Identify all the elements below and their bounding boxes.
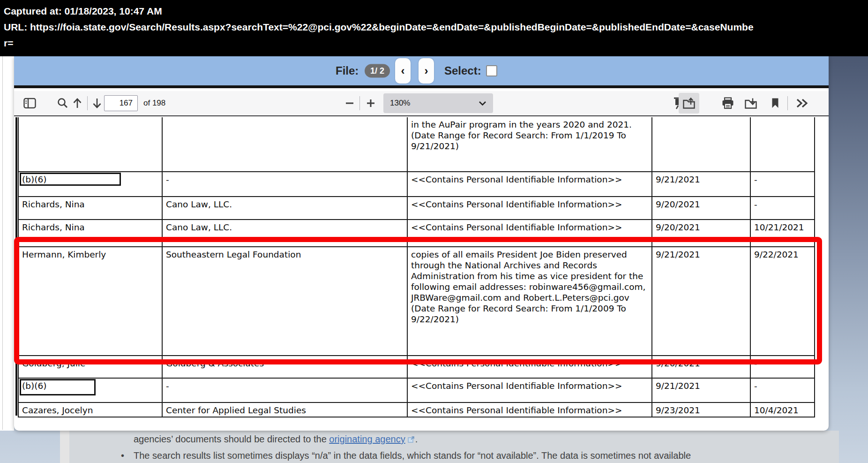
requester-cell [18,117,162,172]
table-row-highlighted: Hermann, Kimberly Southeastern Legal Fou… [18,247,815,356]
table-row: (b)(6) - <<Contains Personal Identifiabl… [18,172,815,197]
chevron-down-icon [479,101,486,106]
close-date-cell: - [750,172,815,197]
zoom-out-button[interactable] [344,97,356,109]
description-cell: <<Contains Personal Identifiable Informa… [407,402,652,417]
pdf-page-edge [15,117,17,416]
table-row: Goldberg, Julie Goldberg & Associates <<… [18,356,815,378]
page-footer: agencies’ documents should be directed t… [69,431,839,463]
arrow-down-icon [92,97,102,109]
search-icon [57,98,68,109]
save-file-icon [744,97,757,109]
capture-url-line2: r= [4,35,864,51]
arrow-up-icon [72,97,82,109]
close-date-cell: 10/4/2021 [750,402,815,417]
toolbar-divider [87,96,88,110]
more-tools-button[interactable] [795,97,810,110]
foia-results-table: in the AuPair program in the years 2020 … [18,117,815,417]
organization-cell: - [162,172,407,197]
external-link-icon [408,436,414,443]
sidebar-toggle-icon [23,98,36,109]
requester-cell: Richards, Nina [18,220,162,247]
organization-cell: Center for Applied Legal Studies [162,402,407,417]
requester-cell: Cazares, Jocelyn [18,402,162,417]
zoom-level-value: 130% [390,99,410,108]
requester-cell: Richards, Nina [18,197,162,220]
close-date-cell: - [750,197,815,220]
capture-header: Captured at: 01/18/2023, 10:47 AM URL: h… [0,0,868,56]
previous-page-button[interactable] [71,96,83,110]
footer-line1-text: agencies’ documents should be directed t… [134,434,329,444]
bookmark-icon [771,98,779,109]
organization-cell: Cano Law, LLC. [162,220,407,247]
zoom-in-button[interactable] [365,97,377,109]
request-date-cell: 9/20/2021 [652,220,750,247]
toolbar-divider [359,96,360,110]
open-file-button[interactable] [679,93,699,114]
open-file-icon [682,97,696,109]
requester-cell: Goldberg, Julie [18,356,162,378]
organization-cell: Cano Law, LLC. [162,197,407,220]
minus-icon [344,98,355,108]
search-button[interactable] [56,97,69,110]
page-number-input[interactable] [104,95,138,111]
plus-icon [366,98,376,108]
table-row: Richards, Nina Cano Law, LLC. <<Contains… [18,220,815,247]
select-file-checkbox[interactable] [486,65,497,76]
select-label: Select: [444,64,481,77]
table-row: Cazares, Jocelyn Center for Applied Lega… [18,402,815,417]
organization-cell: - [162,378,407,402]
footer-line2-text: The search results list sometimes displa… [134,450,691,461]
description-cell: <<Contains Personal Identifiable Informa… [407,378,652,402]
redaction-box: (b)(6) [20,173,121,186]
file-navigation-bar: File: 1/ 2 ‹ › Select: [14,56,829,88]
description-cell: in the AuPair program in the years 2020 … [407,117,652,172]
next-page-button[interactable] [91,96,103,110]
footer-line-1: agencies’ documents should be directed t… [134,434,418,445]
file-count-badge: 1/ 2 [365,64,390,78]
gutter-line [2,56,3,430]
request-date-cell: 9/21/2021 [652,247,750,356]
previous-file-button[interactable]: ‹ [395,58,411,83]
pdf-viewer-panel: File: 1/ 2 ‹ › Select: of 198 130% [14,56,829,431]
current-view-button[interactable] [770,97,780,110]
description-cell: <<Contains Personal Identifiable Informa… [407,197,652,220]
request-date-cell: 9/21/2021 [652,172,750,197]
redaction-box: (b)(6) [20,379,96,395]
description-cell: copies of all emails President Joe Biden… [407,247,652,356]
request-date-cell: 9/21/2021 [652,378,750,402]
table-row: (b)(6) - <<Contains Personal Identifiabl… [18,378,815,402]
close-date-cell: 9/22/2021 [750,247,815,356]
footer-line-2: •The search results list sometimes displ… [121,450,691,461]
save-button[interactable] [743,96,758,110]
close-date-cell: - [750,378,815,402]
close-date-cell: 10/21/2021 [750,220,815,247]
description-cell: <<Contains Personal Identifiable Informa… [407,356,652,378]
originating-agency-link[interactable]: originating agency [329,434,405,444]
page-count-label: of 198 [143,99,165,108]
capture-url-line1: URL: https://foia.state.gov/Search/Resul… [4,19,864,35]
table-row: in the AuPair program in the years 2020 … [18,117,815,172]
close-date-cell: - [750,356,815,378]
requester-cell: Hermann, Kimberly [18,247,162,356]
description-cell: <<Contains Personal Identifiable Informa… [407,172,652,197]
footer-line1-period: . [415,434,418,444]
print-icon [722,97,734,109]
organization-cell: Southeastern Legal Foundation [162,247,407,356]
request-date-cell [652,117,750,172]
footer-left-strip [60,431,69,463]
table-row: Richards, Nina Cano Law, LLC. <<Contains… [18,197,815,220]
request-date-cell: 9/23/2021 [652,402,750,417]
bullet-icon: • [121,450,134,461]
toolbar-divider [787,96,788,110]
pdf-toolbar: of 198 130% [14,91,829,116]
sidebar-toggle-button[interactable] [22,97,37,110]
request-date-cell: 9/20/2021 [652,197,750,220]
description-cell: <<Contains Personal Identifiable Informa… [407,220,652,247]
print-button[interactable] [721,96,735,110]
double-chevron-right-icon [796,98,809,109]
zoom-level-select[interactable]: 130% [383,93,493,113]
organization-cell [162,117,407,172]
captured-at-text: Captured at: 01/18/2023, 10:47 AM [4,3,864,19]
next-file-button[interactable]: › [419,58,434,83]
